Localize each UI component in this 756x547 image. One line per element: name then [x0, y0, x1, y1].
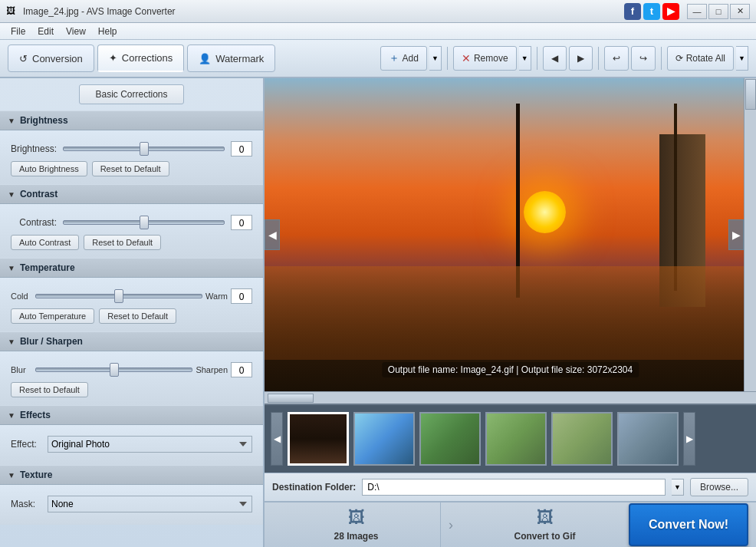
rotate-button[interactable]: ⟳ Rotate All	[667, 46, 734, 71]
thumbnail-1[interactable]	[288, 412, 349, 466]
brightness-value[interactable]: 0	[231, 141, 252, 157]
nav-forward-button[interactable]: ▶	[569, 46, 593, 71]
blur-track	[35, 367, 192, 372]
section-brightness-header[interactable]: ▼ Brightness	[0, 110, 263, 130]
bottom-scrollbar[interactable]	[265, 391, 756, 404]
thumbnail-2[interactable]	[353, 412, 415, 466]
section-effects-header[interactable]: ▼ Effects	[0, 405, 263, 425]
undo-button[interactable]: ↩	[604, 46, 629, 71]
blur-reset-button[interactable]: Reset to Default	[11, 382, 88, 397]
main-layout: Basic Corrections ▼ Brightness Brightnes…	[0, 78, 756, 547]
thumbnail-5[interactable]	[551, 412, 613, 466]
redo-icon: ↪	[639, 53, 647, 64]
rotate-dropdown-arrow[interactable]: ▼	[736, 46, 748, 71]
remove-button[interactable]: ✕ Remove	[453, 46, 517, 71]
mask-select[interactable]: None Canvas Grunge Paper Wood	[48, 496, 252, 512]
strip-nav-right[interactable]: ▶	[683, 412, 695, 466]
contrast-reset-button[interactable]: Reset to Default	[84, 235, 161, 250]
temperature-reset-button[interactable]: Reset to Default	[99, 308, 176, 324]
effect-row: Effect: Original Photo Black & White Sep…	[11, 436, 252, 453]
destination-input[interactable]	[362, 479, 666, 496]
section-contrast-header[interactable]: ▼ Contrast	[0, 184, 263, 204]
convert-format-label: Convert to Gif	[514, 531, 576, 542]
nav-forward-icon: ▶	[577, 53, 584, 64]
close-button[interactable]: ✕	[730, 4, 750, 19]
temperature-thumb[interactable]	[114, 289, 123, 303]
auto-temperature-button[interactable]: Auto Temperature	[11, 308, 94, 324]
preview-nav-left[interactable]: ◀	[265, 219, 280, 250]
contrast-value[interactable]: 0	[231, 215, 252, 230]
preview-scrollbar-vertical[interactable]	[744, 78, 756, 391]
blur-thumb[interactable]	[110, 363, 119, 377]
section-texture-header[interactable]: ▼ Texture	[0, 465, 263, 485]
images-count-section: 🖼 28 Images	[272, 502, 441, 547]
nav-back-button[interactable]: ◀	[543, 46, 567, 71]
remove-icon: ✕	[462, 52, 471, 64]
contrast-title: Contrast	[20, 189, 58, 199]
tab-watermark-label: Watermark	[215, 53, 264, 64]
browse-button[interactable]: Browse...	[690, 478, 748, 496]
mask-label: Mask:	[11, 499, 41, 509]
brightness-reset-button[interactable]: Reset to Default	[92, 161, 169, 176]
add-label: Add	[403, 53, 419, 64]
separator-3	[598, 47, 599, 70]
remove-dropdown-arrow[interactable]: ▼	[519, 46, 531, 71]
brightness-title: Brightness	[20, 115, 68, 126]
minimize-button[interactable]: —	[687, 4, 707, 19]
thumbnail-3[interactable]	[419, 412, 481, 466]
temperature-section: Cold Warm 0 Auto Temperature Reset to De…	[0, 278, 263, 331]
undo-icon: ↩	[613, 53, 620, 64]
basic-corrections-button[interactable]: Basic Corrections	[79, 84, 183, 104]
effect-select[interactable]: Original Photo Black & White Sepia Vinta…	[48, 436, 252, 453]
separator-2	[537, 47, 537, 70]
facebook-icon[interactable]: f	[624, 3, 641, 20]
auto-brightness-button[interactable]: Auto Brightness	[11, 161, 87, 176]
contrast-label: Contrast:	[11, 217, 57, 228]
temperature-track	[35, 294, 202, 298]
contrast-thumb[interactable]	[140, 216, 149, 229]
add-button[interactable]: ＋ Add	[380, 46, 427, 71]
tab-conversion-label: Conversion	[32, 53, 83, 64]
temperature-value[interactable]: 0	[231, 288, 252, 304]
menu-view[interactable]: View	[60, 25, 92, 38]
convert-now-button[interactable]: Convert Now!	[629, 503, 748, 546]
preview-overlay-text: Output file name: Image_24.gif | Output …	[382, 362, 639, 377]
add-icon: ＋	[389, 51, 399, 65]
blur-btn-row: Reset to Default	[11, 382, 252, 397]
section-temperature-header[interactable]: ▼ Temperature	[0, 258, 263, 278]
youtube-icon[interactable]: ▶	[662, 3, 679, 20]
section-blur-header[interactable]: ▼ Blur / Sharpen	[0, 331, 263, 351]
scrollbar-thumb-h[interactable]	[268, 394, 314, 403]
sharpen-label: Sharpen	[196, 365, 228, 374]
action-chevron-icon: ›	[441, 517, 461, 533]
tab-corrections-label: Corrections	[122, 52, 173, 64]
brightness-label: Brightness:	[11, 143, 57, 154]
thumbnail-4[interactable]	[485, 412, 547, 466]
preview-nav-right[interactable]: ▶	[728, 219, 744, 250]
pole-graphic-2	[674, 104, 677, 292]
twitter-icon[interactable]: t	[643, 3, 660, 20]
menu-file[interactable]: File	[5, 25, 31, 38]
blur-arrow-icon: ▼	[8, 338, 15, 346]
format-section: 🖼 Convert to Gif	[461, 502, 629, 547]
destination-dropdown-arrow[interactable]: ▼	[672, 479, 684, 496]
maximize-button[interactable]: □	[708, 4, 728, 19]
redo-button[interactable]: ↪	[631, 46, 656, 71]
scrollbar-thumb-v[interactable]	[745, 79, 756, 110]
brightness-thumb[interactable]	[140, 142, 149, 156]
strip-nav-left[interactable]: ◀	[271, 412, 283, 466]
thumbnail-6[interactable]	[617, 412, 679, 466]
corrections-icon: ✦	[109, 52, 117, 64]
separator-4	[661, 47, 662, 70]
auto-contrast-button[interactable]: Auto Contrast	[11, 235, 79, 250]
tab-corrections[interactable]: ✦ Corrections	[97, 44, 184, 72]
tab-watermark[interactable]: 👤 Watermark	[187, 44, 275, 72]
menu-help[interactable]: Help	[92, 25, 123, 38]
add-dropdown-arrow[interactable]: ▼	[429, 46, 442, 71]
blur-value[interactable]: 0	[231, 362, 252, 377]
tab-conversion[interactable]: ↺ Conversion	[8, 44, 94, 72]
effects-arrow-icon: ▼	[8, 411, 15, 420]
destination-bar: Destination Folder: ▼ Browse...	[265, 473, 756, 501]
menu-edit[interactable]: Edit	[31, 25, 60, 38]
blur-label: Blur	[11, 365, 32, 374]
